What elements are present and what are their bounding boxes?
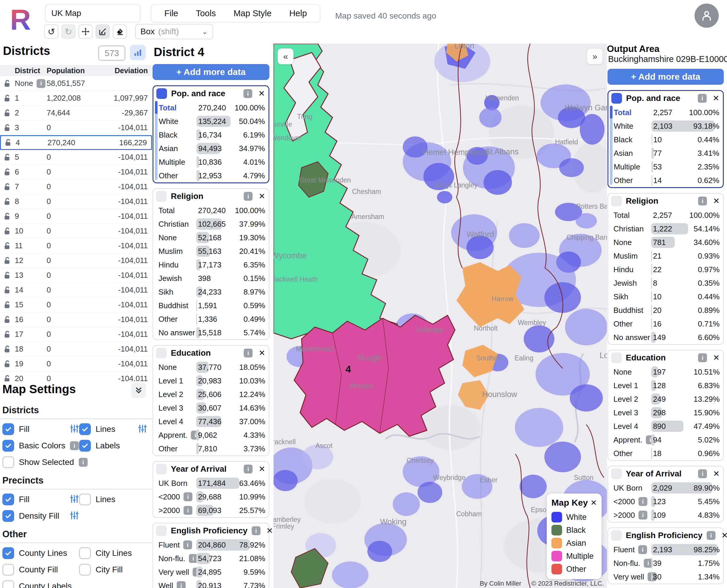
close-icon[interactable]: ✕ xyxy=(266,526,273,536)
sliders-icon[interactable] xyxy=(138,424,147,435)
unlock-icon[interactable] xyxy=(0,123,15,132)
close-icon[interactable]: ✕ xyxy=(713,469,720,479)
collapse-left-panel-button[interactable]: « xyxy=(278,48,294,64)
card-color-swatch[interactable] xyxy=(156,348,167,358)
close-icon[interactable]: ✕ xyxy=(591,498,597,507)
district-row-15[interactable]: 150-104,011 xyxy=(0,297,152,312)
unlock-icon[interactable] xyxy=(0,300,15,309)
district-row-12[interactable]: 120-104,011 xyxy=(0,253,152,268)
district-row-17[interactable]: 170-104,011 xyxy=(0,327,152,342)
info-icon[interactable]: i xyxy=(244,349,253,357)
info-icon[interactable]: i xyxy=(698,196,707,206)
card-color-swatch[interactable] xyxy=(611,196,622,206)
close-icon[interactable]: ✕ xyxy=(258,89,265,98)
close-icon[interactable]: ✕ xyxy=(713,353,720,362)
unlock-icon[interactable] xyxy=(0,183,15,191)
checkbox-fill[interactable] xyxy=(2,423,14,435)
collapse-right-panel-button[interactable]: » xyxy=(587,48,603,64)
user-avatar[interactable] xyxy=(694,3,719,28)
card-color-swatch[interactable] xyxy=(156,88,167,99)
unlock-icon[interactable] xyxy=(0,212,15,221)
district-row-8[interactable]: 80-104,011 xyxy=(0,194,152,209)
unlock-icon[interactable] xyxy=(0,227,15,235)
card-color-swatch[interactable] xyxy=(156,525,167,536)
info-icon[interactable]: i xyxy=(37,79,45,88)
district-row-5[interactable]: 50-104,011 xyxy=(0,150,152,165)
info-icon[interactable]: i xyxy=(638,545,647,554)
info-icon[interactable]: i xyxy=(70,441,79,450)
close-icon[interactable]: ✕ xyxy=(721,531,727,540)
menu-help[interactable]: Help xyxy=(280,8,316,18)
unlock-icon[interactable] xyxy=(0,109,15,118)
close-icon[interactable]: ✕ xyxy=(258,464,265,474)
card-color-swatch[interactable] xyxy=(611,353,622,363)
info-icon[interactable]: i xyxy=(639,511,647,520)
sliders-icon[interactable] xyxy=(70,424,79,435)
checkbox-city-fill[interactable] xyxy=(79,564,91,575)
district-row-2[interactable]: 274,644-29,367 xyxy=(0,106,152,121)
menu-map-style[interactable]: Map Style xyxy=(224,8,280,18)
checkbox-lines[interactable] xyxy=(79,423,91,435)
checkbox-show-selected[interactable] xyxy=(2,456,14,468)
card-color-swatch[interactable] xyxy=(156,191,167,202)
card-color-swatch[interactable] xyxy=(156,464,167,474)
district-row-3[interactable]: 30-104,011 xyxy=(0,121,152,135)
unlock-icon[interactable] xyxy=(1,138,16,147)
info-icon[interactable]: i xyxy=(639,497,647,506)
district-row-7[interactable]: 70-104,011 xyxy=(0,180,152,194)
unlock-icon[interactable] xyxy=(0,374,15,382)
unlock-icon[interactable] xyxy=(0,286,15,295)
info-icon[interactable]: i xyxy=(184,492,192,501)
card-color-swatch[interactable] xyxy=(611,468,622,479)
info-icon[interactable]: i xyxy=(184,506,192,515)
district-count-input[interactable]: 573 xyxy=(98,45,125,61)
chart-button[interactable] xyxy=(130,45,146,60)
checkbox-lines[interactable] xyxy=(79,493,91,505)
app-logo[interactable]: R xyxy=(10,1,31,39)
info-icon[interactable]: i xyxy=(183,541,192,549)
unlock-icon[interactable] xyxy=(0,79,15,88)
add-more-data-button[interactable]: + Add more data xyxy=(607,69,724,85)
card-color-swatch[interactable] xyxy=(611,530,622,541)
card-color-swatch[interactable] xyxy=(611,93,622,104)
checkbox-county-fill[interactable] xyxy=(2,564,14,575)
sliders-icon[interactable] xyxy=(70,511,79,521)
checkbox-labels[interactable] xyxy=(79,440,91,451)
unlock-icon[interactable] xyxy=(0,153,15,162)
brush-shape-dropdown[interactable]: Box (shift) ⌄ xyxy=(135,24,213,39)
district-row-20[interactable]: 200-104,011 xyxy=(0,371,152,381)
add-more-data-button[interactable]: + Add more data xyxy=(152,64,270,80)
district-row-11[interactable]: 110-104,011 xyxy=(0,238,152,253)
unlock-icon[interactable] xyxy=(0,168,15,176)
map-title-input[interactable]: UK Map xyxy=(45,4,141,22)
district-row-13[interactable]: 130-104,011 xyxy=(0,268,152,283)
district-row-14[interactable]: 140-104,011 xyxy=(0,283,152,297)
checkbox-county-labels[interactable] xyxy=(2,580,14,588)
redo-button[interactable]: ↻ xyxy=(61,24,76,39)
district-row-10[interactable]: 100-104,011 xyxy=(0,224,152,238)
district-row-18[interactable]: 180-104,011 xyxy=(0,342,152,357)
unlock-icon[interactable] xyxy=(0,359,15,369)
info-icon[interactable]: i xyxy=(177,581,186,588)
checkbox-fill[interactable] xyxy=(2,493,14,505)
menu-file[interactable]: File xyxy=(155,8,187,18)
info-icon[interactable]: i xyxy=(698,353,707,362)
district-row-none[interactable]: Nonei58,051,557 xyxy=(0,76,152,91)
unlock-icon[interactable] xyxy=(0,271,15,280)
edit-tool-button[interactable] xyxy=(95,24,110,39)
info-icon[interactable]: i xyxy=(243,89,252,98)
checkbox-basic-colors[interactable] xyxy=(2,440,14,451)
info-icon[interactable]: i xyxy=(79,458,88,467)
unlock-icon[interactable] xyxy=(0,94,15,103)
info-icon[interactable]: i xyxy=(244,465,253,474)
info-icon[interactable]: i xyxy=(698,469,707,478)
checkbox-density-fill[interactable] xyxy=(2,510,14,522)
district-row-16[interactable]: 160-104,011 xyxy=(0,312,152,327)
close-icon[interactable]: ✕ xyxy=(258,348,265,358)
district-row-1[interactable]: 11,202,0081,097,997 xyxy=(0,91,152,106)
undo-button[interactable]: ↺ xyxy=(44,24,59,39)
unlock-icon[interactable] xyxy=(0,197,15,206)
close-icon[interactable]: ✕ xyxy=(712,93,719,103)
unlock-icon[interactable] xyxy=(0,256,15,265)
sliders-icon[interactable] xyxy=(70,494,79,505)
